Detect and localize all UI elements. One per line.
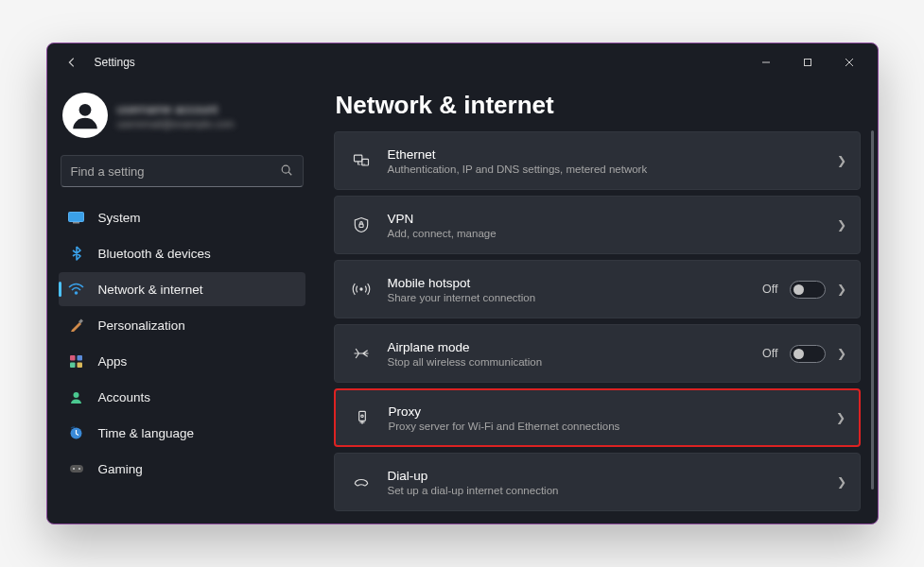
card-ethernet[interactable]: Ethernet Authentication, IP and DNS sett… <box>334 131 861 190</box>
sidebar-item-label: Time & language <box>98 426 195 440</box>
chevron-right-icon: ❯ <box>837 154 846 167</box>
back-button[interactable] <box>62 53 81 72</box>
svg-rect-12 <box>78 355 83 361</box>
card-subtitle: Add, connect, manage <box>388 228 824 239</box>
titlebar: Settings <box>47 43 878 81</box>
search-box[interactable] <box>61 155 304 187</box>
gaming-icon <box>68 463 85 474</box>
sidebar-item-label: Gaming <box>98 462 143 476</box>
svg-rect-24 <box>358 224 362 227</box>
window-title: Settings <box>95 56 135 69</box>
card-title: Mobile hotspot <box>388 276 750 290</box>
card-airplane[interactable]: Airplane mode Stop all wireless communic… <box>334 324 861 383</box>
svg-rect-20 <box>354 155 361 162</box>
svg-line-6 <box>288 172 291 175</box>
user-email: useremail@example.com <box>117 118 235 129</box>
bluetooth-icon <box>68 246 85 261</box>
sidebar-item-personalization[interactable]: Personalization <box>59 308 305 342</box>
sidebar-item-label: Apps <box>98 354 128 369</box>
toggle-label: Off <box>762 347 777 360</box>
time-icon <box>68 426 85 440</box>
chevron-right-icon: ❯ <box>837 475 846 489</box>
sidebar-item-apps[interactable]: Apps <box>59 344 305 378</box>
card-proxy[interactable]: Proxy Proxy server for Wi-Fi and Etherne… <box>334 388 861 447</box>
chevron-right-icon: ❯ <box>836 411 846 424</box>
network-icon <box>68 283 85 296</box>
chevron-right-icon: ❯ <box>837 218 846 232</box>
card-hotspot[interactable]: Mobile hotspot Share your internet conne… <box>334 260 861 318</box>
sidebar: username account useremail@example.com S… <box>47 81 317 524</box>
close-button[interactable] <box>828 48 870 77</box>
airplane-icon <box>348 344 375 363</box>
card-title: Airplane mode <box>388 340 750 354</box>
ethernet-icon <box>348 151 375 170</box>
svg-rect-17 <box>70 465 83 472</box>
system-icon <box>68 212 85 224</box>
main-scrollbar[interactable] <box>871 130 874 490</box>
svg-rect-7 <box>69 212 84 221</box>
chevron-right-icon: ❯ <box>837 283 846 296</box>
svg-point-18 <box>73 468 75 470</box>
card-title: VPN <box>388 212 824 226</box>
card-title: Ethernet <box>388 147 824 162</box>
nav-list: System Bluetooth & devices Network & int… <box>59 200 305 486</box>
sidebar-item-label: Accounts <box>98 390 151 404</box>
sidebar-item-label: Personalization <box>98 318 185 333</box>
minimize-button[interactable] <box>745 48 787 77</box>
airplane-toggle[interactable] <box>790 345 826 363</box>
account-icon <box>68 390 85 404</box>
svg-point-4 <box>78 104 91 116</box>
card-subtitle: Stop all wireless communication <box>388 356 750 368</box>
vpn-icon <box>348 215 375 234</box>
card-subtitle: Share your internet connection <box>388 292 750 303</box>
paint-icon <box>68 318 85 333</box>
card-subtitle: Set up a dial-up internet connection <box>388 485 824 496</box>
svg-rect-14 <box>78 362 83 368</box>
search-input[interactable] <box>71 164 280 179</box>
card-dialup[interactable]: Dial-up Set up a dial-up internet connec… <box>334 453 861 511</box>
svg-point-29 <box>360 415 363 418</box>
main-panel: Network & internet Ethernet Authenticati… <box>317 81 878 524</box>
card-title: Dial-up <box>388 469 824 483</box>
proxy-icon <box>349 408 375 427</box>
card-title: Proxy <box>389 404 823 419</box>
svg-rect-8 <box>73 222 79 224</box>
sidebar-item-label: Network & internet <box>98 283 203 297</box>
svg-point-25 <box>359 287 362 290</box>
sidebar-item-accounts[interactable]: Accounts <box>59 380 305 414</box>
svg-point-15 <box>74 392 79 398</box>
sidebar-item-label: System <box>98 211 141 225</box>
card-subtitle: Authentication, IP and DNS settings, met… <box>388 163 824 175</box>
sidebar-item-bluetooth[interactable]: Bluetooth & devices <box>59 236 305 270</box>
svg-rect-26 <box>358 411 365 421</box>
sidebar-item-system[interactable]: System <box>59 200 305 234</box>
sidebar-item-gaming[interactable]: Gaming <box>59 452 305 486</box>
apps-icon <box>68 354 85 369</box>
chevron-right-icon: ❯ <box>837 347 846 360</box>
dialup-icon <box>348 472 375 491</box>
svg-rect-1 <box>804 60 811 66</box>
card-vpn[interactable]: VPN Add, connect, manage ❯ <box>334 196 861 254</box>
svg-point-5 <box>282 165 289 173</box>
hotspot-toggle[interactable] <box>790 281 826 299</box>
svg-point-9 <box>75 291 78 295</box>
svg-rect-13 <box>70 362 76 368</box>
toggle-label: Off <box>762 283 777 296</box>
hotspot-icon <box>348 280 375 299</box>
sidebar-item-label: Bluetooth & devices <box>98 247 211 261</box>
card-subtitle: Proxy server for Wi-Fi and Ethernet conn… <box>389 421 823 432</box>
sidebar-item-network[interactable]: Network & internet <box>59 272 305 306</box>
search-icon <box>280 163 293 180</box>
settings-window: Settings username account useremail@exam… <box>46 43 879 524</box>
user-block[interactable]: username account useremail@example.com <box>59 87 305 151</box>
user-name: username account <box>117 102 235 116</box>
avatar <box>62 93 108 138</box>
page-title: Network & internet <box>334 85 861 131</box>
sidebar-item-time[interactable]: Time & language <box>59 416 305 450</box>
maximize-button[interactable] <box>787 48 828 77</box>
svg-point-19 <box>78 468 80 470</box>
svg-rect-11 <box>70 355 76 361</box>
